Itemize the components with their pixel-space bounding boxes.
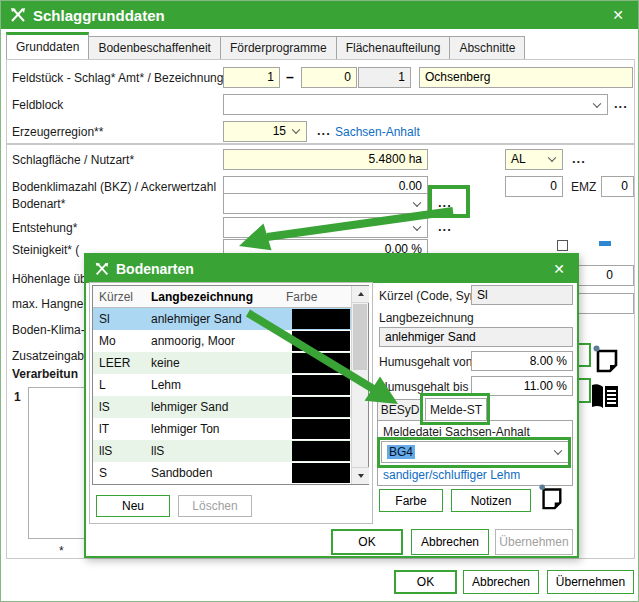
scroll-down-icon[interactable] xyxy=(352,467,369,484)
ok-button[interactable]: OK xyxy=(394,570,457,594)
erzeugerregion-link[interactable]: Sachsen-Anhalt xyxy=(335,125,420,139)
cell-langbezeichnung: Lehm xyxy=(151,378,292,392)
tab-label: Förderprogramme xyxy=(230,41,327,55)
color-swatch xyxy=(292,419,350,439)
humus-bis-field[interactable]: 11.00 % xyxy=(471,376,573,396)
meldedatei-link[interactable]: sandiger/schluffiger Lehm xyxy=(383,468,520,482)
kuerzel-field[interactable]: Sl xyxy=(471,285,573,305)
tab-label: Bodenbeschaffenheit xyxy=(98,41,211,55)
bodenarten-table: Kürzel Langbezeichnung Farbe Slanlehmige… xyxy=(92,285,369,485)
emz-label: EMZ xyxy=(571,180,596,194)
feldblock-browse-button[interactable]: ... xyxy=(614,96,628,111)
meldedatei-combo[interactable]: BG4 xyxy=(381,441,569,463)
cell-langbezeichnung: anmoorig, Moor xyxy=(151,334,292,348)
app-logo-icon xyxy=(94,261,110,277)
table-row[interactable]: llSllS xyxy=(93,440,368,462)
bodenart-combo[interactable] xyxy=(223,193,428,214)
table-row[interactable]: lTlehmiger Ton xyxy=(93,418,368,440)
app-logo-icon xyxy=(9,6,27,24)
tab-grunddaten[interactable]: Grunddaten xyxy=(6,32,89,60)
tab-label: Abschnitte xyxy=(459,41,515,55)
chevron-down-icon xyxy=(413,198,421,206)
dialog-uebernehmen-button[interactable]: Übernehmen xyxy=(495,529,573,555)
cell-farbe xyxy=(292,352,352,374)
dialog-abbrechen-button[interactable]: Abbrechen xyxy=(411,529,489,555)
zusatzeingaben-label: Zusatzeingab xyxy=(12,349,84,363)
tab-flaechenaufteilung[interactable]: Flächenaufteilung xyxy=(337,36,451,60)
humus-bis-label: Humusgehalt bis xyxy=(379,380,468,394)
verarbeitung-row-number: 1 xyxy=(14,390,21,404)
tab-besyd[interactable]: BESyD xyxy=(377,399,423,421)
notizen-button[interactable]: Notizen xyxy=(451,489,531,512)
amt2-field: 1 xyxy=(358,67,411,88)
abbrechen-button[interactable]: Abbrechen xyxy=(463,570,539,594)
steinigkeit-checkbox[interactable] xyxy=(557,240,568,251)
color-swatch xyxy=(292,331,350,351)
farbe-button[interactable]: Farbe xyxy=(379,489,443,512)
close-icon[interactable]: ✕ xyxy=(606,4,630,26)
tab-abschnitte[interactable]: Abschnitte xyxy=(450,36,525,60)
scroll-up-icon[interactable] xyxy=(352,286,369,303)
feldblock-combo[interactable] xyxy=(223,94,608,115)
schlagflaeche-label: Schlagfläche / Nutzart* xyxy=(12,153,134,167)
meldedatei-label: Meldedatei Sachsen-Anhalt xyxy=(383,425,530,439)
entstehung-combo[interactable] xyxy=(223,217,428,238)
langbezeichnung-label: Langbezeichnung xyxy=(379,311,474,325)
cell-farbe xyxy=(292,462,352,484)
chevron-down-icon xyxy=(554,446,562,454)
bodenart-label: Bodenart* xyxy=(12,197,65,211)
humus-von-label: Humusgehalt von xyxy=(379,355,472,369)
chevron-down-icon xyxy=(413,222,421,230)
vertical-scrollbar[interactable] xyxy=(351,286,368,484)
schlagflaeche-field[interactable]: 5.4800 ha xyxy=(223,149,428,170)
chevron-down-icon xyxy=(593,99,601,107)
dash-separator: – xyxy=(286,69,294,85)
color-swatch xyxy=(292,463,350,483)
langbezeichnung-field[interactable]: anlehmiger Sand xyxy=(379,327,573,347)
bezeichnung-field[interactable]: Ochsenberg xyxy=(419,67,633,88)
table-row[interactable]: LEERkeine xyxy=(93,352,368,374)
schlag-field[interactable]: 1 xyxy=(223,67,280,88)
table-row[interactable]: Slanlehmiger Sand xyxy=(93,308,368,330)
book-icon[interactable] xyxy=(590,382,620,410)
dialog-ok-button[interactable]: OK xyxy=(331,529,403,555)
ackerwertzahl-field[interactable]: 0 xyxy=(505,176,563,197)
cell-farbe xyxy=(292,374,352,396)
erzeugerregion-browse-button[interactable]: ... xyxy=(317,123,331,138)
cell-farbe xyxy=(292,396,352,418)
col-langbezeichnung[interactable]: Langbezeichnung xyxy=(151,290,286,304)
tab-bodenbeschaffenheit[interactable]: Bodenbeschaffenheit xyxy=(89,36,221,60)
emz-field[interactable]: 0 xyxy=(601,176,634,197)
feldstueck-label: Feldstück - Schlag* Amt* / Bezeichnung* xyxy=(12,71,228,85)
tab-melde-st[interactable]: Melde-ST xyxy=(425,398,487,421)
cell-farbe xyxy=(292,308,352,330)
tab-foerderprogramme[interactable]: Förderprogramme xyxy=(221,36,337,60)
col-kuerzel[interactable]: Kürzel xyxy=(93,290,151,304)
uebernehmen-button[interactable]: Übernehmen xyxy=(547,570,634,594)
bodenklimaraum-label: Boden-Klima- xyxy=(12,323,85,337)
table-row[interactable]: LLehm xyxy=(93,374,368,396)
nutzart-browse-button[interactable]: ... xyxy=(572,151,586,166)
erzeugerregion-label: Erzeugerregion** xyxy=(12,125,103,139)
neu-button[interactable]: Neu xyxy=(96,495,170,517)
footnote-asterisk: * xyxy=(59,544,64,558)
window-title: Schlaggrunddaten xyxy=(33,7,165,24)
cell-farbe xyxy=(292,330,352,352)
scroll-thumb[interactable] xyxy=(353,304,367,370)
table-row[interactable]: lSlehmiger Sand xyxy=(93,396,368,418)
entstehung-browse-button[interactable]: ... xyxy=(438,219,452,234)
cell-langbezeichnung: lehmiger Ton xyxy=(151,422,292,436)
col-farbe[interactable]: Farbe xyxy=(286,290,334,304)
table-row[interactable]: SSandboden xyxy=(93,462,368,484)
close-icon[interactable]: ✕ xyxy=(547,258,571,280)
bodenart-browse-button[interactable]: ... xyxy=(438,195,452,210)
color-swatch xyxy=(292,375,350,395)
amt-field[interactable]: 0 xyxy=(301,67,357,88)
humus-von-field[interactable]: 8.00 % xyxy=(471,351,573,371)
notes-icon[interactable] xyxy=(592,344,620,374)
table-row[interactable]: Moanmoorig, Moor xyxy=(93,330,368,352)
loeschen-button[interactable]: Löschen xyxy=(178,495,252,517)
dialog-title: Bodenarten xyxy=(116,261,194,277)
notes-icon[interactable] xyxy=(538,483,564,511)
cell-kuerzel: lT xyxy=(93,422,151,436)
